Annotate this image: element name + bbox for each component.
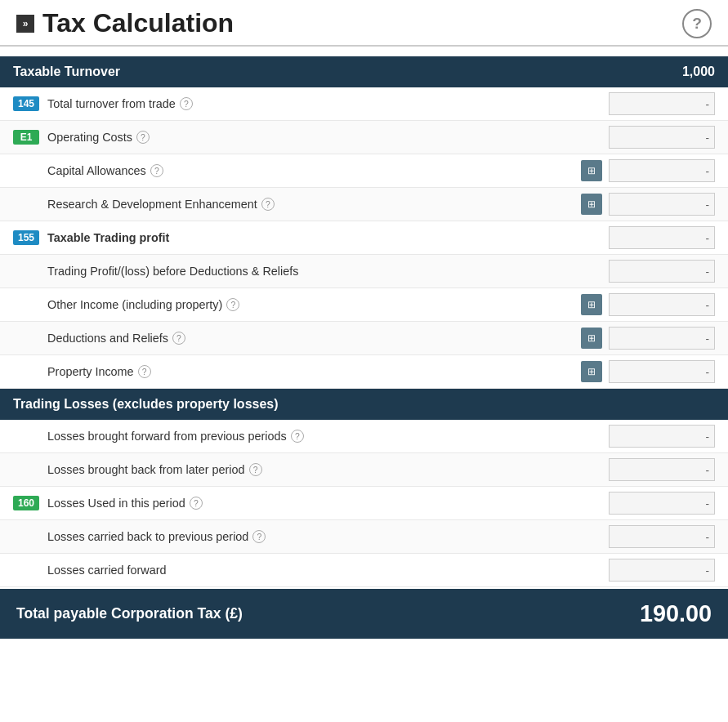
row-trading-profit-input-area: [609, 260, 715, 283]
main-content: Taxable Turnover 1,000 145 Total turnove…: [0, 47, 728, 587]
row-losses-forward-input-area: [609, 425, 715, 448]
help-button[interactable]: ?: [682, 9, 712, 38]
input-losses-carried-forward[interactable]: [609, 559, 715, 582]
row-rnd: 000 Research & Development Enhancement ?…: [0, 188, 728, 221]
calc-icon-other-income[interactable]: ⊞: [581, 294, 602, 315]
input-losses-carried-back[interactable]: [609, 525, 715, 548]
row-capital-input-area: ⊞: [581, 159, 715, 182]
badge-155: 155: [13, 230, 39, 245]
page-footer: Total payable Corporation Tax (£) 190.00: [0, 589, 728, 639]
page-header: » Tax Calculation ?: [0, 0, 728, 47]
row-rnd-label: Research & Development Enhancement ?: [47, 198, 581, 211]
footer-label: Total payable Corporation Tax (£): [16, 605, 243, 622]
row-losses-carried-back-input-area: [609, 525, 715, 548]
row-deductions-input-area: ⊞: [581, 327, 715, 350]
calc-icon-capital[interactable]: ⊞: [581, 160, 602, 181]
badge-160: 160: [13, 496, 39, 510]
row-160-label: Losses Used in this period ?: [47, 497, 609, 510]
input-deductions[interactable]: [609, 327, 715, 350]
row-property-label: Property Income ?: [47, 365, 581, 378]
taxable-turnover-header: Taxable Turnover 1,000: [0, 56, 728, 87]
row-other-income-label: Other Income (including property) ?: [47, 298, 581, 311]
row-155-label: Taxable Trading profit: [47, 231, 609, 244]
help-icon-other-income[interactable]: ?: [226, 298, 239, 311]
row-145-label: Total turnover from trade ?: [47, 97, 609, 110]
input-rnd[interactable]: [609, 193, 715, 216]
row-trading-profit: 000 Trading Profit/(loss) before Deducti…: [0, 255, 728, 288]
row-losses-back-input-area: [609, 458, 715, 481]
row-losses-forward: 000 Losses brought forward from previous…: [0, 420, 728, 453]
calc-icon-rnd[interactable]: ⊞: [581, 194, 602, 215]
input-145[interactable]: [609, 92, 715, 115]
row-other-income: 000 Other Income (including property) ? …: [0, 288, 728, 322]
input-other-income[interactable]: [609, 293, 715, 316]
row-160-input-area: [609, 492, 715, 515]
help-icon-losses-back[interactable]: ?: [249, 463, 262, 476]
row-trading-profit-label: Trading Profit/(loss) before Deductions …: [47, 265, 609, 278]
row-losses-carried-back-label: Losses carried back to previous period ?: [47, 530, 609, 543]
input-160[interactable]: [609, 492, 715, 515]
row-145-input-area: [609, 92, 715, 115]
badge-e1: E1: [13, 130, 39, 145]
calc-icon-deductions[interactable]: ⊞: [581, 328, 602, 349]
trading-losses-header: Trading Losses (excludes property losses…: [0, 389, 728, 420]
help-icon-rnd[interactable]: ?: [261, 198, 275, 211]
row-155: 155 Taxable Trading profit: [0, 221, 728, 255]
input-losses-forward[interactable]: [609, 425, 715, 448]
taxable-turnover-value: 1,000: [682, 65, 715, 79]
row-e1: E1 Operating Costs ?: [0, 121, 728, 154]
row-rnd-input-area: ⊞: [581, 193, 715, 216]
help-icon-losses-forward[interactable]: ?: [291, 430, 304, 443]
input-capital[interactable]: [609, 159, 715, 182]
row-160: 160 Losses Used in this period ?: [0, 487, 728, 520]
row-losses-carried-forward-label: Losses carried forward: [47, 564, 609, 577]
help-icon-deductions[interactable]: ?: [172, 332, 185, 345]
input-losses-back[interactable]: [609, 458, 715, 481]
row-losses-carried-forward-input-area: [609, 559, 715, 582]
help-icon-property[interactable]: ?: [138, 365, 151, 378]
row-losses-back: 000 Losses brought back from later perio…: [0, 453, 728, 487]
nav-arrow-icon[interactable]: »: [16, 15, 34, 33]
row-capital-label: Capital Allowances ?: [47, 164, 581, 177]
input-property[interactable]: [609, 360, 715, 383]
row-deductions-label: Deductions and Reliefs ?: [47, 332, 581, 345]
row-deductions: 000 Deductions and Reliefs ? ⊞: [0, 322, 728, 355]
row-losses-forward-label: Losses brought forward from previous per…: [47, 430, 609, 443]
trading-losses-title: Trading Losses (excludes property losses…: [13, 397, 279, 412]
calc-icon-property[interactable]: ⊞: [581, 361, 602, 382]
help-icon-145[interactable]: ?: [180, 97, 193, 110]
help-icon-e1[interactable]: ?: [136, 131, 150, 144]
row-losses-carried-back: 000 Losses carried back to previous peri…: [0, 520, 728, 554]
badge-145: 145: [13, 96, 39, 111]
help-icon-160[interactable]: ?: [190, 497, 203, 510]
page-title: Tax Calculation: [42, 8, 234, 38]
row-155-input-area: [609, 226, 715, 249]
taxable-turnover-title: Taxable Turnover: [13, 65, 120, 79]
row-capital: 000 Capital Allowances ? ⊞: [0, 154, 728, 188]
row-losses-back-label: Losses brought back from later period ?: [47, 463, 609, 476]
page-title-area: » Tax Calculation: [16, 8, 234, 38]
row-losses-carried-forward: 000 Losses carried forward: [0, 554, 728, 587]
page: » Tax Calculation ? Taxable Turnover 1,0…: [0, 0, 728, 722]
input-trading-profit[interactable]: [609, 260, 715, 283]
input-155[interactable]: [609, 226, 715, 249]
row-property: 000 Property Income ? ⊞: [0, 355, 728, 389]
row-e1-label: Operating Costs ?: [47, 131, 609, 144]
row-145: 145 Total turnover from trade ?: [0, 87, 728, 121]
row-other-income-input-area: ⊞: [581, 293, 715, 316]
help-icon-losses-carried-back[interactable]: ?: [252, 530, 266, 543]
help-icon-capital[interactable]: ?: [150, 164, 163, 177]
input-e1[interactable]: [609, 126, 715, 149]
row-e1-input-area: [609, 126, 715, 149]
footer-value: 190.00: [640, 600, 712, 627]
row-property-input-area: ⊞: [581, 360, 715, 383]
